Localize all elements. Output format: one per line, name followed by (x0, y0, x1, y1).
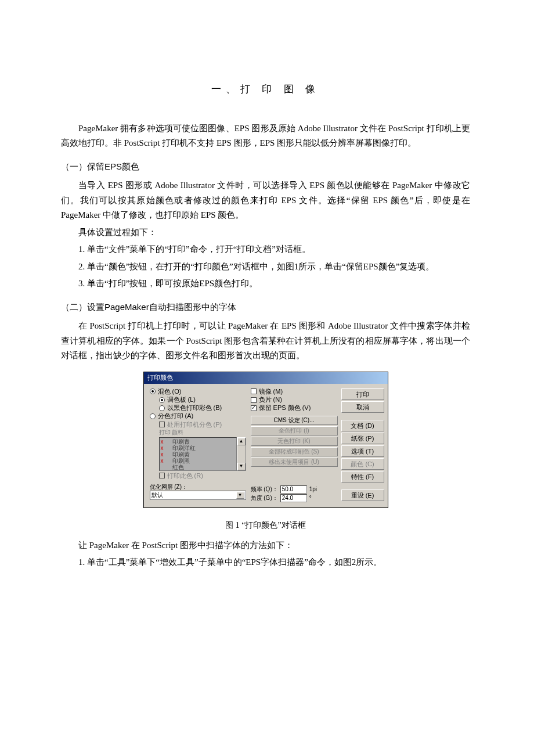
palette-label: 调色板 (L) (167, 396, 196, 404)
ink-2: 印刷黄 (172, 451, 190, 458)
s1-p2: 具体设置过程如下： (61, 225, 470, 240)
ink-3: 印刷黑 (172, 458, 190, 464)
use-printer-sep-label: 处用打印机分色 (P) (167, 421, 222, 429)
bw-radio[interactable] (159, 405, 165, 411)
scroll-down-icon[interactable]: ▼ (237, 463, 246, 470)
composite-radio[interactable] (150, 388, 156, 394)
print-color-dialog: 打印颜色 混色 (O) 调色板 (L) (143, 372, 388, 508)
angle-unit: ° (309, 495, 312, 502)
s2-p2: 让 PageMaker 在 PostScript 图形中扫描字体的方法如下： (61, 538, 470, 553)
print-button[interactable]: 打印 (341, 388, 384, 400)
ink-4: 红色 (172, 464, 184, 470)
s1-p1: 当导入 EPS 图形或 Adobe Illustrator 文件时，可以选择导入… (61, 178, 470, 223)
screen-select[interactable]: 默认 ▼ (150, 491, 246, 500)
ink-1: 印刷洋红 (172, 445, 196, 451)
page-title: 一、打 印 图 像 (61, 81, 470, 98)
angle-input[interactable]: 24.0 (280, 494, 307, 502)
dialog-button-column: 打印 取消 文档 (D) 纸张 (P) 选项 (T) 颜色 (C) 特性 (F)… (341, 387, 384, 503)
freq-label: 频率 (Q)： (251, 486, 278, 493)
document-button[interactable]: 文档 (D) (341, 420, 384, 431)
negative-checkbox[interactable] (251, 397, 257, 403)
s1-step2: 2. 单击“颜色”按钮，在打开的“打印颜色”对话框中，如图1所示，单击“保留EP… (61, 260, 470, 275)
figure-1-caption: 图 1 “打印颜色”对话框 (61, 519, 470, 532)
spot-to-process-button: 全部转成印刷色 (S) (251, 447, 338, 456)
middle-column: 镜像 (M) 负片 (N) 保留 EPS 颜色 (V) CMS 设定 (C (251, 387, 338, 480)
keep-eps-label: 保留 EPS 颜色 (V) (259, 404, 311, 412)
section-1-heading: （一）保留EPS颜色 (61, 159, 470, 174)
remove-unused-button: 移出未使用项目 (U) (251, 458, 338, 467)
cms-button[interactable]: CMS 设定 (C)... (251, 416, 338, 425)
composite-label: 混色 (O) (158, 388, 182, 395)
ink-scrollbar[interactable]: ▲ ▼ (237, 437, 246, 471)
section-2-heading: （二）设置PageMaker自动扫描图形中的字体 (61, 300, 470, 315)
ink-list-header: 打印 颜料 (159, 429, 246, 436)
keep-eps-checkbox[interactable] (251, 405, 257, 411)
no-ink-button: 无色打印 (K) (251, 437, 338, 446)
chevron-down-icon[interactable]: ▼ (236, 492, 244, 499)
dialog-left-column: 混色 (O) 调色板 (L) 以黑色打印彩色 (B) (150, 387, 338, 503)
use-printer-sep-checkbox (159, 422, 165, 427)
mirror-checkbox[interactable] (251, 388, 257, 394)
separation-radio[interactable] (150, 413, 156, 419)
freq-input[interactable]: 50.0 (280, 485, 307, 494)
bw-label: 以黑色打印彩色 (B) (167, 404, 222, 412)
scroll-up-icon[interactable]: ▲ (237, 438, 246, 445)
print-this-color-checkbox (159, 473, 165, 478)
dialog-titlebar: 打印颜色 (144, 372, 388, 384)
paper-button[interactable]: 纸张 (P) (341, 433, 384, 444)
all-ink-button: 全色打印 (I) (251, 426, 338, 435)
mirror-label: 镜像 (M) (259, 388, 283, 395)
options-button[interactable]: 选项 (T) (341, 445, 384, 457)
screen-value: 默认 (151, 492, 163, 499)
color-button[interactable]: 颜色 (C) (341, 458, 384, 470)
dialog-title: 打印颜色 (147, 374, 173, 381)
ink-0: 印刷青 (172, 438, 190, 445)
reset-button[interactable]: 重设 (E) (341, 489, 384, 501)
screen-label: 优化网屏 (Z)： (150, 484, 246, 491)
composite-group: 混色 (O) 调色板 (L) 以黑色打印彩色 (B) (150, 387, 246, 480)
top-options-row: 混色 (O) 调色板 (L) 以黑色打印彩色 (B) (150, 387, 338, 480)
angle-label: 角度 (G)： (251, 495, 278, 502)
ink-listbox[interactable]: x印刷青 x印刷洋红 x印刷黄 x印刷黑 红色 ▲ ▼ (159, 437, 246, 471)
freq-unit: 1pi (309, 486, 317, 493)
print-this-color-label: 打印此色 (R) (167, 472, 203, 480)
features-button[interactable]: 特性 (F) (341, 471, 384, 483)
ink-items: x印刷青 x印刷洋红 x印刷黄 x印刷黑 红色 (159, 437, 237, 471)
dialog-body: 混色 (O) 调色板 (L) 以黑色打印彩色 (B) (144, 384, 388, 507)
s1-step1: 1. 单击“文件”菜单下的“打印”命令，打开“打印文档”对话框。 (61, 242, 470, 257)
document-page: 一、打 印 图 像 PageMaker 拥有多种选项可使位图图像、EPS 图形及… (0, 0, 534, 756)
separation-label: 分色打印 (A) (158, 412, 194, 420)
palette-radio[interactable] (159, 397, 165, 403)
cancel-button[interactable]: 取消 (341, 401, 384, 413)
s1-step3: 3. 单击“打印”按钮，即可按原始EPS颜色打印。 (61, 276, 470, 291)
bottom-options: 优化网屏 (Z)： 默认 ▼ 频率 (Q)： 50.0 1pi (150, 484, 338, 503)
intro-para: PageMaker 拥有多种选项可使位图图像、EPS 图形及原始 Adobe I… (61, 121, 470, 151)
negative-label: 负片 (N) (259, 396, 282, 404)
s2-p1: 在 PostScript 打印机上打印时，可以让 PageMaker 在 EPS… (61, 319, 470, 363)
s2-step1: 1. 单击“工具”菜单下“增效工具”子菜单中的“EPS字体扫描器”命令，如图2所… (61, 555, 470, 570)
